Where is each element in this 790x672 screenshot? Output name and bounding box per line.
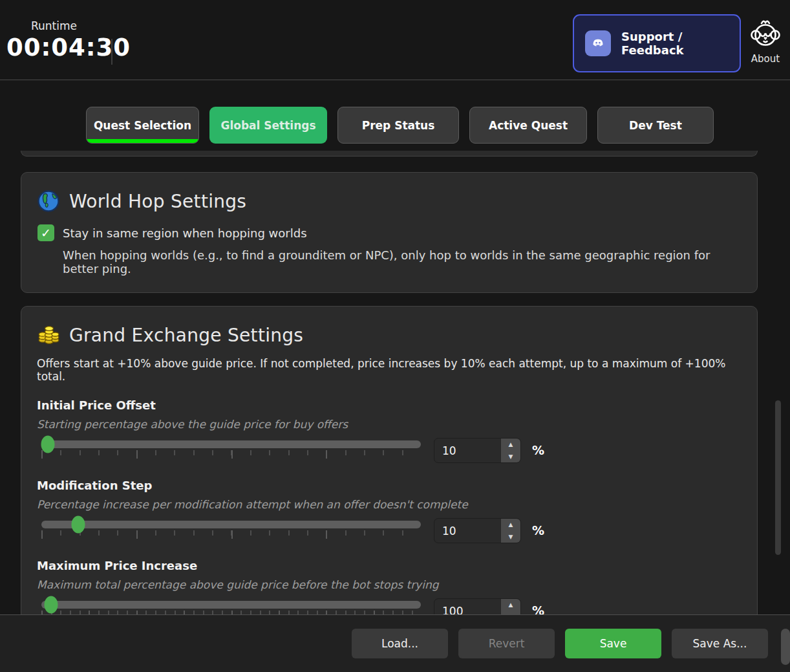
- discord-icon: [585, 30, 611, 56]
- spinner-up-icon[interactable]: ▲: [501, 519, 520, 531]
- percent-label: %: [532, 523, 544, 537]
- modification-step-input[interactable]: 10 ▲ ▼: [434, 518, 521, 543]
- initial-price-offset-input[interactable]: 10 ▲ ▼: [434, 438, 521, 463]
- load-button[interactable]: Load...: [352, 629, 448, 658]
- footer-action-bar: Load... Revert Save Save As...: [0, 614, 790, 672]
- save-as-button[interactable]: Save As...: [672, 629, 768, 658]
- spinner-down-icon[interactable]: ▼: [501, 531, 520, 543]
- initial-price-offset-slider[interactable]: [41, 440, 421, 448]
- tab-active-quest[interactable]: Active Quest: [469, 107, 587, 144]
- tab-bar: Quest Selection Global Settings Prep Sta…: [86, 107, 790, 144]
- input-spinner: ▲ ▼: [501, 439, 520, 462]
- tab-quest-selection-label: Quest Selection: [94, 119, 191, 132]
- tab-quest-selection[interactable]: Quest Selection: [86, 107, 199, 144]
- globe-icon: [37, 190, 60, 213]
- spinner-up-icon[interactable]: ▲: [501, 599, 520, 611]
- input-value[interactable]: 10: [434, 519, 501, 543]
- slider-thumb[interactable]: [41, 436, 54, 453]
- setting-label: Initial Price Offset: [37, 398, 739, 412]
- setting-initial-price-offset: Initial Price Offset Starting percentage…: [37, 398, 739, 463]
- support-feedback-button[interactable]: Support / Feedback: [573, 14, 741, 72]
- stay-same-region-checkbox[interactable]: ✓: [37, 224, 54, 241]
- slider-tick-marks: [41, 530, 421, 539]
- tab-dev-test-label: Dev Test: [629, 119, 682, 132]
- runtime-label: Runtime: [30, 19, 131, 32]
- spinner-up-icon[interactable]: ▲: [501, 439, 520, 451]
- setting-description: Starting percentage above the guide pric…: [37, 418, 739, 431]
- setting-label: Modification Step: [37, 479, 739, 492]
- runtime-block: Runtime 00:04:30: [30, 19, 131, 61]
- tab-global-settings[interactable]: Global Settings: [209, 107, 327, 144]
- tab-global-settings-label: Global Settings: [220, 119, 315, 132]
- tab-dev-test[interactable]: Dev Test: [597, 107, 714, 144]
- slider-tick-marks: [41, 450, 421, 459]
- monkey-icon: [745, 18, 786, 52]
- input-spinner: ▲ ▼: [501, 519, 520, 543]
- tab-prep-status[interactable]: Prep Status: [337, 107, 459, 144]
- grand-exchange-settings-card: Grand Exchange Settings Offers start at …: [21, 306, 758, 620]
- stay-same-region-label: Stay in same region when hopping worlds: [63, 226, 307, 240]
- header-divider: [111, 39, 112, 65]
- tab-prep-status-label: Prep Status: [362, 119, 435, 132]
- coins-icon: [37, 323, 60, 347]
- grand-exchange-description: Offers start at +10% above guide price. …: [37, 357, 739, 383]
- setting-description: Percentage increase per modification att…: [37, 498, 739, 511]
- world-hop-settings-card: World Hop Settings ✓ Stay in same region…: [21, 172, 758, 293]
- support-feedback-label: Support / Feedback: [621, 30, 740, 57]
- maximum-price-increase-slider[interactable]: [41, 601, 421, 609]
- header-bar: Runtime 00:04:30 Support / Feedback: [0, 0, 790, 80]
- save-button[interactable]: Save: [565, 629, 661, 658]
- revert-button[interactable]: Revert: [458, 629, 555, 658]
- modification-step-slider[interactable]: [41, 521, 421, 528]
- settings-scroll-area: World Hop Settings ✓ Stay in same region…: [0, 151, 790, 620]
- setting-description: Maximum total percentage above guide pri…: [37, 578, 739, 591]
- world-hop-description: When hopping worlds (e.g., to find a gro…: [63, 248, 739, 276]
- about-button[interactable]: About: [745, 18, 786, 65]
- content-scrollbar-thumb[interactable]: [775, 400, 781, 555]
- percent-label: %: [532, 443, 544, 457]
- slider-thumb[interactable]: [45, 596, 58, 614]
- previous-card-edge: [21, 151, 758, 157]
- window-scrollbar-thumb[interactable]: [781, 629, 790, 665]
- spinner-down-icon[interactable]: ▼: [501, 451, 520, 463]
- about-label: About: [745, 53, 786, 65]
- input-value[interactable]: 10: [434, 439, 501, 462]
- setting-modification-step: Modification Step Percentage increase pe…: [37, 479, 739, 543]
- setting-maximum-price-increase: Maximum Price Increase Maximum total per…: [37, 559, 739, 623]
- slider-thumb[interactable]: [71, 516, 85, 534]
- tab-active-quest-label: Active Quest: [489, 119, 568, 132]
- grand-exchange-title: Grand Exchange Settings: [69, 325, 303, 346]
- setting-label: Maximum Price Increase: [37, 559, 739, 572]
- check-icon: ✓: [41, 226, 51, 240]
- world-hop-title: World Hop Settings: [69, 191, 246, 212]
